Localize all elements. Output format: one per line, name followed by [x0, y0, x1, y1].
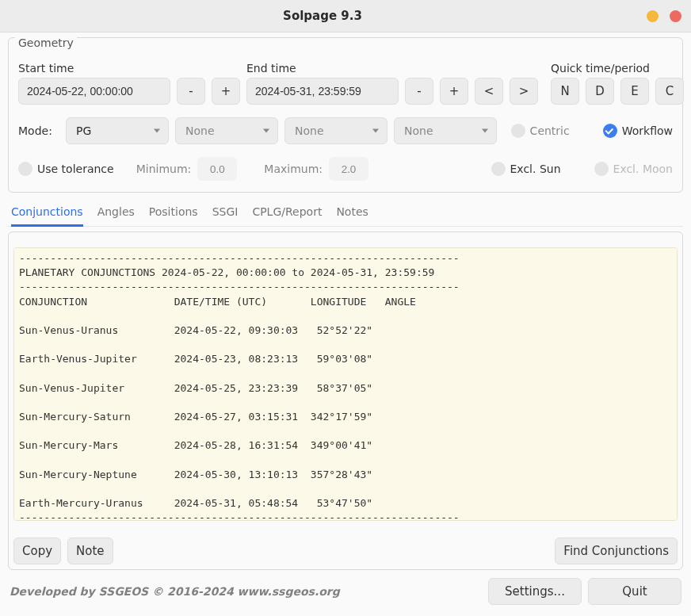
tab-conjunctions[interactable]: Conjunctions [11, 201, 83, 227]
mode-row: Mode: PG None None None Centric [18, 117, 673, 144]
settings-button[interactable]: Settings... [488, 578, 582, 605]
mode-select[interactable]: PG [66, 117, 169, 144]
chevron-down-icon [154, 129, 160, 133]
tolerance-row: Use tolerance Minimum: Maximum: Excl. Su… [18, 157, 673, 181]
minimize-button[interactable] [647, 10, 659, 22]
minimum-input [197, 157, 237, 181]
radio-off-icon [511, 124, 525, 138]
find-conjunctions-button[interactable]: Find Conjunctions [555, 538, 678, 564]
excl-moon-toggle[interactable]: Excl. Moon [594, 162, 673, 176]
close-button[interactable] [670, 10, 681, 22]
nav-controls: < > [475, 78, 538, 105]
filter1-value: None [185, 124, 215, 137]
copy-button[interactable]: Copy [13, 538, 61, 564]
end-time-decrement-button[interactable]: - [405, 78, 433, 105]
next-period-button[interactable]: > [510, 78, 538, 105]
nav-col: < > [475, 62, 538, 105]
start-time-increment-button[interactable]: + [212, 78, 240, 105]
tabs: Conjunctions Angles Positions SSGI CPLG/… [8, 201, 683, 227]
quick-period-controls: N D E C [551, 78, 684, 105]
footer: Developed by SSGEOS © 2016-2024 www.ssge… [0, 570, 691, 616]
tab-notes[interactable]: Notes [336, 201, 368, 227]
use-tolerance-toggle[interactable]: Use tolerance [18, 162, 114, 176]
note-button[interactable]: Note [67, 538, 113, 564]
quick-period-label: Quick time/period [551, 62, 684, 75]
window-title: Solpage 9.3 [10, 9, 636, 23]
output-actions: Copy Note Find Conjunctions [13, 538, 678, 564]
filter3-value: None [404, 124, 433, 137]
end-time-input[interactable] [246, 78, 399, 105]
geometry-group: Geometry Start time - + End time - + [8, 37, 683, 193]
filter2-value: None [295, 124, 324, 137]
quick-period-col: Quick time/period N D E C [551, 62, 684, 105]
tab-cplg-report[interactable]: CPLG/Report [252, 201, 322, 227]
use-tolerance-label: Use tolerance [37, 163, 114, 175]
maximum-input [329, 157, 368, 181]
geometry-group-label: Geometry [15, 36, 77, 49]
end-time-controls: - + [246, 78, 468, 105]
content: Geometry Start time - + End time - + [0, 33, 691, 570]
workflow-label: Workflow [622, 124, 673, 137]
radio-off-icon [18, 162, 32, 176]
output-text[interactable]: ----------------------------------------… [13, 247, 678, 521]
start-time-col: Start time - + [18, 62, 240, 105]
filter3-select[interactable]: None [394, 117, 497, 144]
tab-angles[interactable]: Angles [97, 201, 135, 227]
end-time-increment-button[interactable]: + [440, 78, 468, 105]
chevron-down-icon [372, 129, 379, 133]
quick-e-button[interactable]: E [620, 78, 649, 105]
workflow-toggle[interactable]: Workflow [603, 124, 673, 138]
titlebar: Solpage 9.3 [0, 0, 691, 33]
quick-d-button[interactable]: D [586, 78, 614, 105]
radio-off-icon [491, 162, 506, 176]
chevron-down-icon [482, 129, 488, 133]
end-time-col: End time - + [246, 62, 468, 105]
minimum-label: Minimum: [136, 163, 192, 175]
mode-label: Mode: [18, 124, 59, 137]
quick-c-button[interactable]: C [655, 78, 684, 105]
credits-text: Developed by SSGEOS © 2016-2024 www.ssge… [10, 585, 340, 598]
quick-n-button[interactable]: N [551, 78, 579, 105]
centric-toggle[interactable]: Centric [511, 124, 570, 138]
maximum-label: Maximum: [264, 163, 323, 175]
tab-positions[interactable]: Positions [149, 201, 198, 227]
end-time-label: End time [246, 62, 468, 75]
prev-period-button[interactable]: < [475, 78, 503, 105]
start-time-controls: - + [18, 78, 240, 105]
filter2-select[interactable]: None [284, 117, 387, 144]
centric-label: Centric [530, 124, 570, 137]
start-time-input[interactable] [18, 78, 170, 105]
time-row: Start time - + End time - + < [18, 62, 673, 105]
radio-off-icon [594, 162, 609, 176]
output-panel: ----------------------------------------… [8, 231, 683, 570]
chevron-down-icon [263, 129, 269, 133]
nav-spacer-label [475, 62, 538, 75]
mode-select-value: PG [76, 124, 91, 137]
start-time-decrement-button[interactable]: - [177, 78, 205, 105]
excl-sun-toggle[interactable]: Excl. Sun [491, 162, 561, 176]
excl-sun-label: Excl. Sun [510, 163, 561, 175]
excl-moon-label: Excl. Moon [613, 163, 673, 175]
start-time-label: Start time [18, 62, 240, 75]
tab-ssgi[interactable]: SSGI [212, 201, 239, 227]
radio-on-icon [603, 124, 617, 138]
filter1-select[interactable]: None [175, 117, 278, 144]
quit-button[interactable]: Quit [588, 578, 681, 605]
